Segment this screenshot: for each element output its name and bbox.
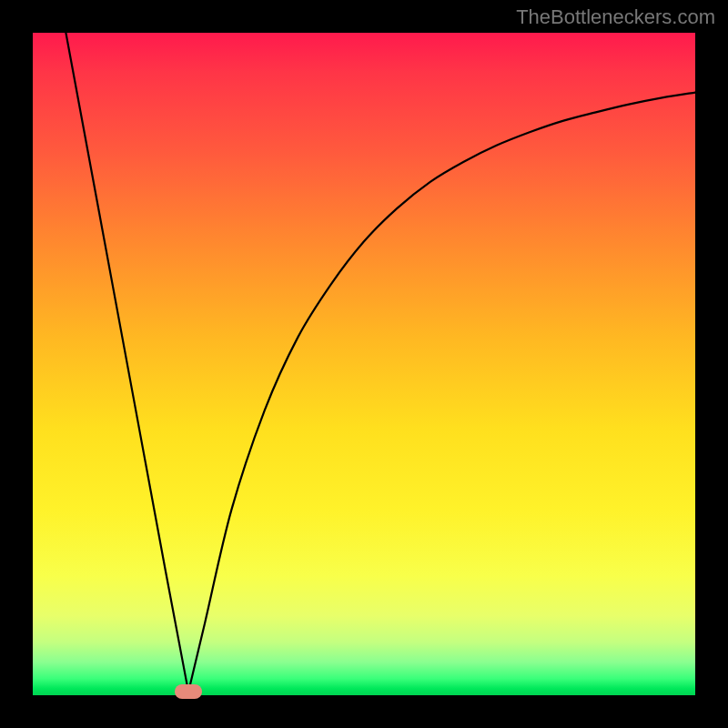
chart-minimum-marker [175, 684, 202, 699]
chart-plot-area [33, 33, 695, 695]
watermark-text: TheBottleneckers.com [516, 5, 715, 29]
chart-curve [33, 33, 695, 695]
